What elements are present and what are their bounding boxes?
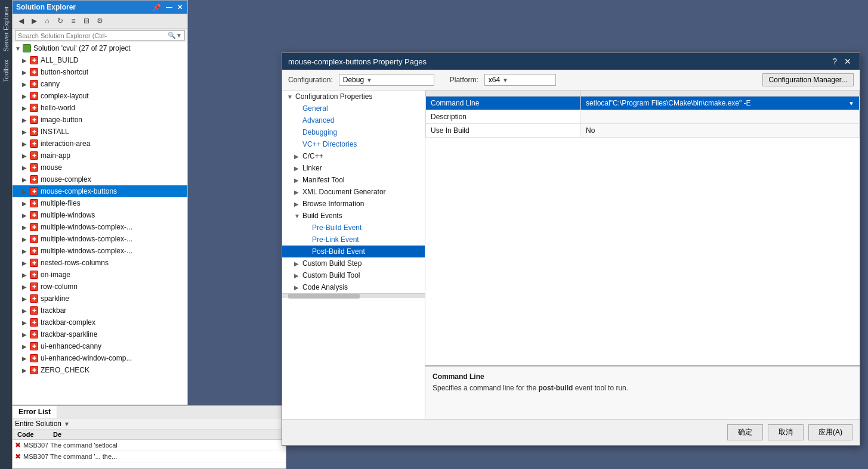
tree-item-image-button[interactable]: ▶ ✚ image-button bbox=[13, 114, 187, 126]
tree-item-multiple-windows[interactable]: ▶ ✚ multiple-windows bbox=[13, 209, 187, 221]
label-image-button: image-button bbox=[41, 116, 82, 124]
props-tree-custom-build-step[interactable]: ▶ Custom Build Step bbox=[282, 257, 425, 269]
props-table-container: Command Line setlocal"C:\Program Files\C… bbox=[425, 91, 860, 365]
filter-dropdown-icon[interactable]: ▼ bbox=[64, 421, 70, 427]
icon-uewc: ✚ bbox=[29, 353, 39, 363]
home-button[interactable]: ⌂ bbox=[41, 15, 53, 27]
tree-item-mouse-complex[interactable]: ▶ ✚ mouse-complex bbox=[13, 173, 187, 185]
props-tree-browse-info[interactable]: ▶ Browse Information bbox=[282, 198, 425, 210]
settings-button[interactable]: ⚙ bbox=[94, 15, 106, 27]
props-row-use-in-build[interactable]: Use In Build No bbox=[426, 124, 860, 138]
props-tree-custom-build-tool[interactable]: ▶ Custom Build Tool bbox=[282, 269, 425, 281]
dialog-footer: 确定 取消 应用(A) bbox=[282, 419, 860, 445]
close-button[interactable]: ✕ bbox=[176, 4, 184, 11]
tree-item-canny[interactable]: ▶ ✚ canny bbox=[13, 78, 187, 90]
props-tree-general[interactable]: General bbox=[282, 103, 425, 114]
cancel-button[interactable]: 取消 bbox=[768, 424, 804, 440]
props-tree-pre-build[interactable]: Pre-Build Event bbox=[282, 222, 425, 234]
tree-item-multiple-files[interactable]: ▶ ✚ multiple-files bbox=[13, 197, 187, 209]
props-tree-linker[interactable]: ▶ Linker bbox=[282, 162, 425, 174]
configuration-select[interactable]: Debug ▼ bbox=[339, 74, 434, 86]
icon-ui-enhanced-canny: ✚ bbox=[29, 341, 39, 351]
props-tree-pre-link[interactable]: Pre-Link Event bbox=[282, 234, 425, 246]
props-tree[interactable]: ▼ Configuration Properties General Advan… bbox=[282, 91, 425, 419]
tree-item-ui-enhanced-window-comp[interactable]: ▶ ✚ ui-enhanced-window-comp... bbox=[13, 352, 187, 364]
server-explorer-tab[interactable]: Server Explorer bbox=[1, 2, 11, 55]
solution-tree[interactable]: ▼ Solution 'cvui' (27 of 27 project ▶ ✚ … bbox=[13, 42, 187, 405]
label-on-image: on-image bbox=[41, 271, 70, 279]
apply-button[interactable]: 应用(A) bbox=[808, 424, 852, 440]
search-input[interactable] bbox=[18, 32, 168, 39]
props-tree-cpp[interactable]: ▶ C/C++ bbox=[282, 150, 425, 162]
icon-mwc1: ✚ bbox=[29, 222, 39, 232]
tree-item-mouse-complex-buttons[interactable]: ▶ ✚ mouse-complex-buttons bbox=[13, 185, 187, 197]
tree-item-INSTALL[interactable]: ▶ ✚ INSTALL bbox=[13, 126, 187, 138]
props-cell-use-in-build-value[interactable]: No bbox=[581, 124, 860, 138]
tree-item-complex-layout[interactable]: ▶ ✚ complex-layout bbox=[13, 90, 187, 102]
props-tree-build-events[interactable]: ▼ Build Events bbox=[282, 210, 425, 222]
tree-item-ZERO_CHECK[interactable]: ▶ ✚ ZERO_CHECK bbox=[13, 364, 187, 376]
pin-button[interactable]: 📌 bbox=[152, 4, 162, 11]
tree-item-hello-world[interactable]: ▶ ✚ hello-world bbox=[13, 102, 187, 114]
tree-item-trackbar-sparkline[interactable]: ▶ ✚ trackbar-sparkline bbox=[13, 328, 187, 340]
icon-complex-layout: ✚ bbox=[29, 91, 39, 101]
tree-item-row-column[interactable]: ▶ ✚ row-column bbox=[13, 281, 187, 293]
search-dropdown-icon[interactable]: ▼ bbox=[176, 32, 182, 39]
error-row-2[interactable]: ✖ MSB307 The command '... the... bbox=[13, 451, 286, 462]
config-manager-button[interactable]: Configuration Manager... bbox=[762, 73, 854, 86]
tree-root[interactable]: ▼ Solution 'cvui' (27 of 27 project bbox=[13, 42, 187, 54]
tree-item-nested-rows-columns[interactable]: ▶ ✚ nested-rows-columns bbox=[13, 257, 187, 269]
tree-item-button-shortcut[interactable]: ▶ ✚ button-shortcut bbox=[13, 66, 187, 78]
tree-hscroll[interactable] bbox=[282, 293, 425, 298]
sync-button[interactable]: ↻ bbox=[54, 15, 66, 27]
minimize-button[interactable]: — bbox=[165, 4, 174, 11]
toolbox-tab[interactable]: Toolbox bbox=[1, 56, 11, 86]
dialog-close-button[interactable]: ✕ bbox=[842, 57, 854, 66]
props-tree-xml-doc[interactable]: ▶ XML Document Generator bbox=[282, 186, 425, 198]
collapse-all-button[interactable]: ⊟ bbox=[81, 15, 92, 27]
platform-select[interactable]: x64 ▼ bbox=[484, 74, 556, 86]
back-button[interactable]: ◀ bbox=[15, 15, 27, 27]
error-list-tab[interactable]: Error List bbox=[13, 406, 57, 418]
dialog-help-button[interactable]: ? bbox=[830, 57, 839, 66]
props-row-command-line[interactable]: Command Line setlocal"C:\Program Files\C… bbox=[426, 97, 860, 110]
ok-button[interactable]: 确定 bbox=[727, 424, 763, 440]
tree-item-main-app[interactable]: ▶ ✚ main-app bbox=[13, 150, 187, 161]
tree-item-interaction-area[interactable]: ▶ ✚ interaction-area bbox=[13, 138, 187, 150]
error-icon-1: ✖ bbox=[15, 441, 21, 449]
props-row-description[interactable]: Description bbox=[426, 110, 860, 124]
tree-item-trackbar-complex[interactable]: ▶ ✚ trackbar-complex bbox=[13, 316, 187, 328]
icon-ALL_BUILD: ✚ bbox=[29, 55, 39, 65]
expand-nested: ▶ bbox=[22, 260, 29, 266]
tree-item-multiple-windows-complex-2[interactable]: ▶ ✚ multiple-windows-complex-... bbox=[13, 233, 187, 245]
props-tree-config-properties[interactable]: ▼ Configuration Properties bbox=[282, 91, 425, 103]
props-tree-vcpp-dirs[interactable]: VC++ Directories bbox=[282, 138, 425, 150]
command-line-dropdown-arrow[interactable]: ▼ bbox=[848, 100, 854, 107]
props-tree-code-analysis[interactable]: ▶ Code Analysis bbox=[282, 281, 425, 293]
forward-button[interactable]: ▶ bbox=[28, 15, 40, 27]
col-desc-header: De bbox=[53, 431, 281, 438]
tree-item-trackbar[interactable]: ▶ ✚ trackbar bbox=[13, 305, 187, 316]
props-tree-label-debugging: Debugging bbox=[302, 128, 337, 136]
filter-button[interactable]: ≡ bbox=[67, 15, 79, 27]
props-cell-command-line-value[interactable]: setlocal"C:\Program Files\CMake\bin\cmak… bbox=[581, 97, 860, 110]
tree-item-multiple-windows-complex-1[interactable]: ▶ ✚ multiple-windows-complex-... bbox=[13, 221, 187, 233]
label-mwc1: multiple-windows-complex-... bbox=[41, 223, 132, 231]
tree-item-sparkline[interactable]: ▶ ✚ sparkline bbox=[13, 293, 187, 305]
icon-main-app: ✚ bbox=[29, 151, 39, 160]
entire-solution-filter[interactable]: Entire Solution bbox=[15, 420, 61, 428]
tree-item-multiple-windows-complex-3[interactable]: ▶ ✚ multiple-windows-complex-... bbox=[13, 245, 187, 257]
tree-item-ui-enhanced-canny[interactable]: ▶ ✚ ui-enhanced-canny bbox=[13, 340, 187, 352]
tree-item-mouse[interactable]: ▶ ✚ mouse bbox=[13, 161, 187, 173]
props-cell-description-value[interactable] bbox=[581, 110, 860, 124]
props-tree-post-build[interactable]: Post-Build Event bbox=[282, 246, 425, 257]
command-line-dropdown[interactable]: setlocal"C:\Program Files\CMake\bin\cmak… bbox=[586, 99, 854, 107]
root-expand-arrow: ▼ bbox=[15, 45, 22, 52]
error-row-1[interactable]: ✖ MSB307 The command 'setlocal bbox=[13, 440, 286, 451]
search-box[interactable]: 🔍 ▼ bbox=[15, 30, 185, 41]
props-tree-advanced[interactable]: Advanced bbox=[282, 114, 425, 126]
props-tree-manifest-tool[interactable]: ▶ Manifest Tool bbox=[282, 174, 425, 186]
tree-item-on-image[interactable]: ▶ ✚ on-image bbox=[13, 269, 187, 281]
props-tree-debugging[interactable]: Debugging bbox=[282, 126, 425, 138]
tree-item-ALL_BUILD[interactable]: ▶ ✚ ALL_BUILD bbox=[13, 54, 187, 66]
